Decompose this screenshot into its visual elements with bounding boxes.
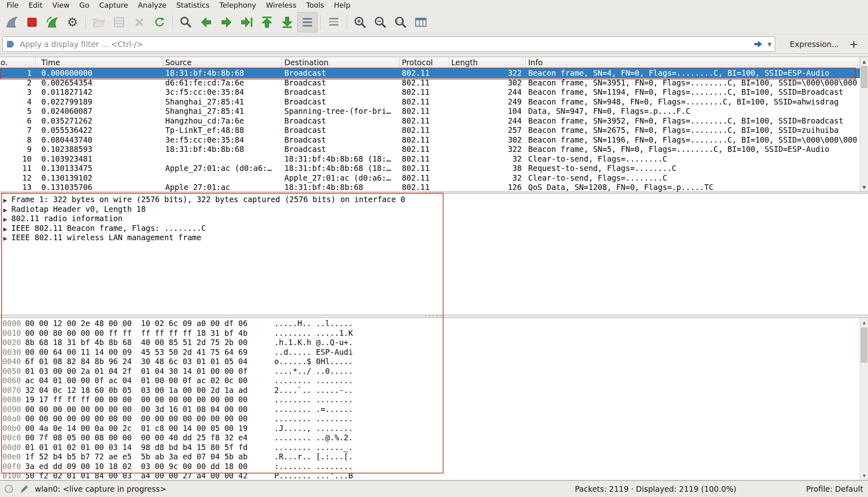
hex-row[interactable]: 007032 04 0c 12 18 60 0b 05 03 00 1a 00 …	[0, 386, 860, 395]
file-open-button[interactable]	[89, 12, 109, 32]
expert-info-icon[interactable]	[4, 484, 14, 494]
packet-row-3[interactable]: 30.0118271423c:f5:cc:0e:35:84Broadcast80…	[0, 87, 860, 97]
packet-row-8[interactable]: 80.0804437403e:f5:cc:0e:35:84Broadcast80…	[0, 135, 860, 145]
packet-row-10[interactable]: 100.10392348118:31:bf:4b:8b:68 (18:…802.…	[0, 154, 860, 164]
auto-scroll-lines-icon	[301, 15, 314, 29]
packet-row-6[interactable]: 60.035271262Hangzhou_cd:7a:6eBroadcast80…	[0, 116, 860, 126]
hex-row[interactable]: 005001 03 00 00 2a 01 04 2f 01 04 30 14 …	[0, 367, 860, 376]
capture-stop-button[interactable]	[22, 12, 42, 32]
column-header-protocol[interactable]: Protocol	[399, 57, 449, 68]
scrollbar-thumb[interactable]	[861, 66, 867, 88]
packet-bytes-scrollbar[interactable]: ▲ ▼	[860, 318, 868, 480]
menu-edit[interactable]: Edit	[23, 0, 47, 10]
detail-tree-row[interactable]: ▶802.11 radio information	[0, 214, 868, 224]
go-forward-button[interactable]	[216, 12, 237, 32]
detail-tree-row[interactable]: ▶IEEE 802.11 wireless LAN management fra…	[0, 233, 868, 243]
packet-row-1[interactable]: 10.00000000018:31:bf:4b:8b:68Broadcast80…	[0, 68, 860, 78]
hex-row[interactable]: 00f03a ed dd 09 00 10 18 02 03 00 9c 00 …	[0, 462, 860, 471]
column-header-info[interactable]: Info	[526, 57, 860, 68]
find-packet-button[interactable]	[176, 12, 196, 32]
packet-row-12[interactable]: 120.130139102Apple_27:01:ac (d0:a6:…802.…	[0, 173, 860, 183]
menu-analyze[interactable]: Analyze	[133, 0, 171, 10]
menu-capture[interactable]: Capture	[94, 0, 133, 10]
hex-row[interactable]: 009000 00 00 00 00 00 00 00 00 3d 16 01 …	[0, 405, 860, 414]
zoom-in-button[interactable]	[350, 12, 370, 32]
capture-comment-pencil-icon[interactable]	[19, 484, 29, 494]
hex-row[interactable]: 00d001 01 01 02 01 00 03 14 98 d8 bd b4 …	[0, 443, 860, 452]
pane-splitter-top[interactable]: ·····	[0, 190, 868, 194]
expression-button[interactable]: Expression...	[790, 34, 839, 54]
scrollbar-thumb[interactable]	[861, 328, 867, 363]
hex-row[interactable]: 0060ac 04 01 00 00 0f ac 04 01 00 00 0f …	[0, 376, 860, 386]
cell-info: Beacon frame, SN=3951, FN=0, Flags=.....…	[526, 78, 860, 88]
cell-source	[163, 173, 282, 183]
scroll-down-icon[interactable]: ▼	[860, 183, 868, 191]
packet-row-7[interactable]: 70.055536422Tp-LinkT_ef:48:88Broadcast80…	[0, 126, 860, 135]
expander-icon[interactable]: ▶	[3, 196, 11, 205]
column-header-no[interactable]: No.	[0, 57, 36, 68]
zoom-out-button[interactable]	[370, 12, 390, 32]
menu-file[interactable]: File	[2, 0, 23, 10]
packet-row-5[interactable]: 50.024060087Shanghai_27:85:41Spanning-tr…	[0, 107, 860, 116]
auto-scroll-button[interactable]	[297, 12, 318, 32]
filter-apply-button[interactable]	[753, 39, 763, 49]
menu-statistics[interactable]: Statistics	[171, 0, 214, 10]
zoom-original-button[interactable]: 1:1	[390, 12, 411, 32]
menu-help[interactable]: Help	[329, 0, 355, 10]
hex-row[interactable]: 010050 f2 02 01 01 84 00 03 a4 00 00 27 …	[0, 471, 860, 480]
scroll-up-icon[interactable]: ▲	[860, 58, 868, 66]
hex-row[interactable]: 00208b 68 18 31 bf 4b 8b 68 40 00 85 51 …	[0, 338, 860, 348]
go-to-packet-button[interactable]	[237, 12, 257, 32]
menu-go[interactable]: Go	[75, 0, 94, 10]
reload-button[interactable]	[149, 12, 170, 32]
hex-row[interactable]: 00c000 7f 08 05 00 08 00 00 00 00 40 dd …	[0, 433, 860, 443]
packet-list-scrollbar[interactable]: ▲ ▼	[860, 57, 868, 192]
detail-tree-row[interactable]: ▶IEEE 802.11 Beacon frame, Flags: ......…	[0, 224, 868, 233]
hex-row[interactable]: 00406f 01 08 82 84 8b 96 24 30 48 6c 03 …	[0, 357, 860, 367]
detail-tree-row[interactable]: ▶Radiotap Header v0, Length 18	[0, 205, 868, 214]
hex-row[interactable]: 00b000 4a 0e 14 00 0a 00 2c 01 c8 00 14 …	[0, 424, 860, 433]
scroll-up-icon[interactable]: ▲	[860, 318, 868, 326]
go-first-button[interactable]	[257, 12, 277, 32]
expander-icon[interactable]: ▶	[3, 234, 11, 243]
menu-tools[interactable]: Tools	[301, 0, 329, 10]
go-back-button[interactable]	[196, 12, 216, 32]
packet-row-11[interactable]: 110.130133475Apple_27:01:ac (d0:a6:…18:3…	[0, 164, 860, 173]
resize-columns-button[interactable]	[411, 12, 431, 32]
menu-telephony[interactable]: Telephony	[214, 0, 261, 10]
hex-row[interactable]: 003000 00 64 00 11 14 00 09 45 53 50 2d …	[0, 348, 860, 357]
expander-icon[interactable]: ▶	[3, 215, 11, 224]
hex-row[interactable]: 008019 17 ff ff ff 00 00 00 00 00 00 00 …	[0, 395, 860, 405]
capture-restart-button[interactable]	[42, 12, 62, 32]
capture-start-button[interactable]	[2, 12, 22, 32]
hex-row[interactable]: 00a000 00 00 00 00 00 00 00 00 00 00 00 …	[0, 414, 860, 424]
cell-protocol: 802.11	[399, 164, 449, 173]
filter-add-button[interactable]: +	[845, 34, 863, 54]
profile-button[interactable]: Profile: Default	[806, 484, 863, 493]
hex-offset: 0040	[0, 357, 25, 367]
scroll-down-icon[interactable]: ▼	[860, 471, 868, 480]
packet-row-9[interactable]: 90.10238859318:31:bf:4b:8b:68Broadcast80…	[0, 145, 860, 154]
filter-bookmark-icon[interactable]	[6, 39, 16, 49]
expander-icon[interactable]: ▶	[3, 205, 11, 215]
packet-row-2[interactable]: 20.002654354d6:61:fe:cd:7a:6eBroadcast80…	[0, 78, 860, 88]
file-close-button[interactable]	[129, 12, 149, 32]
menu-view[interactable]: View	[47, 0, 75, 10]
menu-wireless[interactable]: Wireless	[261, 0, 301, 10]
colorize-button[interactable]	[324, 12, 344, 32]
hex-ascii: .....H.. ..l.....	[274, 319, 353, 328]
column-header-destination[interactable]: Destination	[282, 57, 399, 68]
column-header-source[interactable]: Source	[163, 57, 282, 68]
column-header-length[interactable]: Length	[449, 57, 526, 68]
packet-row-4[interactable]: 40.022799189Shanghai_27:85:41Broadcast80…	[0, 97, 860, 107]
display-filter-input[interactable]: Apply a display filter ... <Ctrl-/> ▼	[2, 36, 775, 52]
column-header-time[interactable]: Time	[36, 57, 163, 68]
hex-row[interactable]: 001000 00 80 00 00 00 ff ff ff ff ff ff …	[0, 328, 860, 338]
file-save-button[interactable]	[109, 12, 129, 32]
pane-splitter-bottom[interactable]: ·····	[0, 314, 868, 318]
capture-options-button[interactable]: ⚙	[62, 12, 83, 32]
filter-dropdown-caret-icon[interactable]: ▼	[768, 41, 772, 47]
go-last-button[interactable]	[277, 12, 297, 32]
expander-icon[interactable]: ▶	[3, 224, 11, 234]
hex-row[interactable]: 00e01f 52 b4 b5 b7 72 ae e5 5b ab 3a ed …	[0, 452, 860, 462]
